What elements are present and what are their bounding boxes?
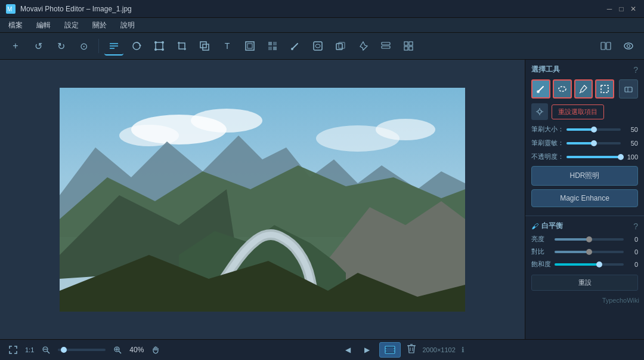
- add-button[interactable]: +: [6, 36, 25, 56]
- canvas-area[interactable]: [0, 60, 525, 339]
- watermark: TypechoWiki: [525, 296, 644, 305]
- brightness-row: 亮度 0: [531, 235, 638, 244]
- svg-point-34: [627, 45, 630, 48]
- svg-rect-30: [409, 47, 413, 50]
- maximize-button[interactable]: □: [617, 4, 626, 14]
- minimize-button[interactable]: ─: [605, 4, 614, 14]
- next-image-button[interactable]: ▶: [360, 343, 373, 356]
- brush-select-button[interactable]: [531, 79, 550, 99]
- magic-enhance-button[interactable]: Magic Enhance: [531, 189, 638, 207]
- text-button[interactable]: T: [218, 36, 237, 56]
- svg-rect-50: [601, 85, 608, 93]
- brush-size-thumb[interactable]: [591, 127, 597, 133]
- eyedropper-button[interactable]: [574, 79, 593, 99]
- layers-button[interactable]: [376, 36, 395, 56]
- svg-rect-7: [156, 42, 163, 50]
- mosaic-button[interactable]: [263, 36, 282, 56]
- brightness-fill: [555, 238, 589, 241]
- svg-text:M: M: [7, 6, 12, 13]
- overlay-button[interactable]: [331, 36, 350, 56]
- contrast-thumb[interactable]: [586, 249, 592, 255]
- brush-hardness-thumb[interactable]: [591, 140, 597, 146]
- brush-size-row: 筆刷大小： 50: [531, 125, 638, 134]
- redo-button[interactable]: ↻: [51, 36, 70, 56]
- brightness-thumb[interactable]: [586, 236, 592, 242]
- opacity-thumb[interactable]: [618, 154, 624, 160]
- contrast-track[interactable]: [555, 251, 624, 253]
- white-balance-section: 🖌 白平衡 ? 亮度 0 對比: [525, 216, 644, 296]
- rect-select-button[interactable]: [595, 79, 614, 99]
- lasso-select-button[interactable]: [553, 79, 572, 99]
- svg-point-33: [624, 43, 633, 49]
- menu-file[interactable]: 檔案: [6, 19, 25, 32]
- brush-button[interactable]: [286, 36, 305, 56]
- filmstrip-button[interactable]: [379, 342, 401, 358]
- zoom-slider[interactable]: [58, 349, 106, 351]
- contrast-label: 對比: [531, 247, 552, 256]
- brush-hardness-fill: [566, 142, 594, 144]
- svg-point-22: [315, 44, 320, 48]
- menu-settings[interactable]: 設定: [62, 19, 81, 32]
- opacity-value: 100: [623, 153, 638, 161]
- wb-help-icon[interactable]: ?: [633, 221, 638, 231]
- fit-screen-button[interactable]: [6, 343, 20, 357]
- contrast-value: 0: [626, 248, 638, 256]
- zoom-in-button[interactable]: [110, 343, 125, 357]
- panel-title: 選擇工具: [531, 64, 560, 75]
- svg-point-37: [191, 109, 262, 133]
- resize-button[interactable]: [195, 36, 214, 56]
- toolbar: + ↺ ↻ ⊙ T: [0, 33, 644, 60]
- split-view-button[interactable]: [596, 36, 615, 56]
- brush-hardness-value: 50: [623, 140, 638, 147]
- menu-edit[interactable]: 編輯: [34, 19, 53, 32]
- svg-rect-16: [268, 42, 272, 45]
- selection-tools-section: 選擇工具 ?: [525, 60, 644, 216]
- zoom-thumb[interactable]: [61, 347, 67, 353]
- svg-rect-28: [409, 42, 413, 45]
- status-center: ◀ ▶ 2000×1102 ℹ: [168, 342, 638, 358]
- brush-hardness-track[interactable]: [566, 142, 621, 144]
- menu-bar: 檔案 編輯 設定 關於 說明: [0, 18, 644, 33]
- reset-selection-button[interactable]: 重設選取項目: [552, 104, 604, 119]
- vignette-button[interactable]: [308, 36, 327, 56]
- undo-button[interactable]: ↺: [29, 36, 48, 56]
- menu-help[interactable]: 說明: [118, 19, 137, 32]
- svg-rect-27: [404, 42, 408, 45]
- brush-size-label: 筆刷大小：: [531, 125, 564, 134]
- opacity-track[interactable]: [566, 156, 621, 158]
- help-icon[interactable]: ?: [633, 65, 638, 75]
- rotate-button[interactable]: [127, 36, 146, 56]
- svg-rect-19: [273, 47, 277, 50]
- select-tool-button[interactable]: [104, 36, 123, 56]
- saturation-track[interactable]: [555, 263, 624, 266]
- menu-about[interactable]: 關於: [90, 19, 109, 32]
- grid-button[interactable]: [399, 36, 418, 56]
- hand-tool-button[interactable]: [148, 343, 163, 357]
- transform-button[interactable]: [150, 36, 169, 56]
- svg-point-47: [537, 90, 540, 93]
- svg-rect-31: [601, 42, 605, 50]
- saturation-thumb[interactable]: [596, 261, 602, 267]
- contrast-fill: [555, 251, 589, 253]
- zoom-out-button[interactable]: [39, 343, 53, 357]
- title-bar: M Movavi Photo Editor – Image_1.jpg ─ □ …: [0, 0, 644, 18]
- eraser-button[interactable]: [619, 79, 638, 99]
- frame-button[interactable]: [240, 36, 259, 56]
- reset-wb-button[interactable]: 重設: [531, 275, 638, 291]
- info-icon[interactable]: ℹ: [462, 346, 465, 354]
- svg-rect-66: [386, 347, 394, 352]
- eye-button[interactable]: [619, 36, 638, 56]
- brush-size-fill: [566, 128, 594, 131]
- close-button[interactable]: ✕: [628, 4, 638, 14]
- history-button[interactable]: ⊙: [74, 36, 93, 56]
- delete-image-button[interactable]: [407, 343, 416, 356]
- window-controls[interactable]: ─ □ ✕: [605, 4, 638, 14]
- crop-button[interactable]: [172, 36, 191, 56]
- prev-image-button[interactable]: ◀: [341, 343, 354, 356]
- brightness-track[interactable]: [555, 238, 624, 241]
- brush-size-track[interactable]: [566, 128, 621, 131]
- pin-button[interactable]: [354, 36, 373, 56]
- hdr-button[interactable]: HDR照明: [531, 166, 638, 186]
- svg-rect-67: [385, 348, 386, 349]
- svg-rect-70: [394, 350, 395, 352]
